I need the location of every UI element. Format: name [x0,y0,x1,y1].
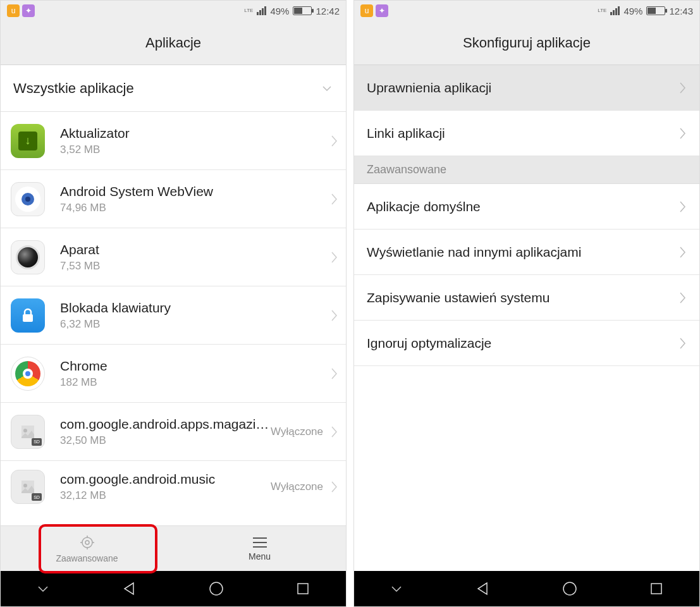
statusbar-left: u ✦ LTE 49% 12:42 [1,1,346,21]
app-size: 32,12 MB [60,489,271,502]
nav-back-icon[interactable] [121,580,137,597]
app-size: 6,32 MB [60,318,329,331]
app-size: 182 MB [60,376,329,389]
app-icon: SD [11,470,45,504]
app-row-magazines[interactable]: SD com.google.android.apps.magazi… 32,50… [1,403,346,461]
svg-rect-17 [298,584,308,594]
apps-filter-dropdown[interactable]: Wszystkie aplikacje [1,65,346,112]
chevron-right-icon [329,479,338,494]
chevron-right-icon [678,290,687,305]
app-icon [11,298,45,333]
svg-rect-19 [651,584,661,594]
android-navbar-right [354,571,699,606]
chevron-right-icon [678,245,687,260]
settings-label: Uprawnienia aplikacji [367,80,678,95]
signal-icon [257,6,266,15]
android-navbar-left [1,571,346,606]
app-row-blokada[interactable]: Blokada klawiatury 6,32 MB [1,286,346,345]
nav-recent-icon[interactable] [649,581,664,596]
app-name: com.google.android.music [60,472,271,487]
app-icon [11,240,45,274]
settings-label: Ignoruj optymalizacje [367,336,678,351]
svg-point-6 [23,484,27,487]
app-row-aparat[interactable]: Aparat 7,53 MB [1,228,346,286]
app-row-chrome[interactable]: Chrome 182 MB [1,345,346,403]
app-size: 3,52 MB [60,144,329,156]
bottom-actionbar: Zaawansowane Menu [1,525,346,571]
notification-icon-1: u [360,4,373,17]
svg-point-18 [563,582,576,595]
page-title: Aplikacje [145,35,201,51]
page-header-right: Skonfiguruj aplikacje [354,21,699,65]
settings-row-draw-over[interactable]: Wyświetlanie nad innymi aplikacjami [354,230,699,275]
dropdown-label: Wszystkie aplikacje [13,80,321,97]
settings-label: Linki aplikacji [367,126,678,141]
nav-expand-icon[interactable] [390,582,403,596]
settings-row-write-settings[interactable]: Zapisywanie ustawień systemu [354,275,699,321]
app-icon: SD [11,415,45,449]
lte-icon: LTE [244,8,253,13]
app-row-music[interactable]: SD com.google.android.music 32,12 MB Wył… [1,461,346,513]
chevron-right-icon [329,308,338,323]
chevron-right-icon [329,250,338,265]
advanced-label: Zaawansowane [56,553,118,563]
settings-label: Aplikacje domyślne [367,199,678,214]
battery-percent: 49% [623,6,642,16]
app-icon [11,124,45,158]
notification-icon-2: ✦ [376,4,388,17]
chevron-right-icon [329,133,338,149]
app-status: Wyłączone [271,426,323,438]
chevron-right-icon [678,80,687,95]
app-icon [11,357,45,391]
app-row-webview[interactable]: Android System WebView 74,96 MB [1,170,346,228]
battery-percent: 49% [270,6,289,16]
clock: 12:43 [669,6,693,16]
nav-home-icon[interactable] [562,580,578,597]
chevron-right-icon [678,126,687,141]
battery-icon [293,6,312,15]
app-name: Aparat [60,242,329,257]
hamburger-icon [252,536,268,549]
app-icon [11,182,45,216]
nav-recent-icon[interactable] [295,581,310,596]
app-size: 74,96 MB [60,202,329,214]
settings-row-default-apps[interactable]: Aplikacje domyślne [354,184,699,230]
advanced-button[interactable]: Zaawansowane [1,526,173,571]
statusbar-right: u ✦ LTE 49% 12:43 [354,1,699,21]
chevron-right-icon [329,366,338,381]
chevron-right-icon [329,192,338,207]
app-list[interactable]: Aktualizator 3,52 MB Android System WebV… [1,112,346,525]
notification-icon-2: ✦ [22,4,35,17]
nav-expand-icon[interactable] [36,582,50,596]
chevron-down-icon [321,82,333,95]
settings-row-permissions[interactable]: Uprawnienia aplikacji [354,65,699,111]
clock: 12:42 [316,6,340,16]
nav-back-icon[interactable] [474,580,491,597]
app-name: com.google.android.apps.magazi… [60,417,271,432]
app-size: 7,53 MB [60,260,329,273]
notification-icon-1: u [7,4,20,17]
settings-label: Wyświetlanie nad innymi aplikacjami [367,245,678,260]
app-row-aktualizator[interactable]: Aktualizator 3,52 MB [1,112,346,170]
nav-home-icon[interactable] [208,580,224,597]
empty-area [354,366,699,571]
battery-icon [646,6,665,15]
section-header-advanced: Zaawansowane [354,156,699,184]
phone-right: u ✦ LTE 49% 12:43 Skonfiguruj aplikacje … [353,0,700,607]
settings-row-ignore-optimizations[interactable]: Ignoruj optymalizacje [354,321,699,366]
section-label: Zaawansowane [367,163,446,176]
settings-row-applinks[interactable]: Linki aplikacji [354,111,699,156]
svg-point-16 [210,582,223,595]
app-name: Android System WebView [60,184,329,199]
phone-left: u ✦ LTE 49% 12:42 Aplikacje Wszystkie ap… [0,0,347,607]
menu-button[interactable]: Menu [173,526,346,571]
app-name: Aktualizator [60,126,329,141]
svg-point-7 [82,537,92,548]
svg-point-1 [25,197,30,202]
page-header-left: Aplikacje [1,21,346,65]
app-name: Blokada klawiatury [60,300,329,316]
signal-icon [610,6,620,15]
app-name: Chrome [60,359,329,374]
chevron-right-icon [678,336,687,351]
menu-label: Menu [249,551,271,561]
